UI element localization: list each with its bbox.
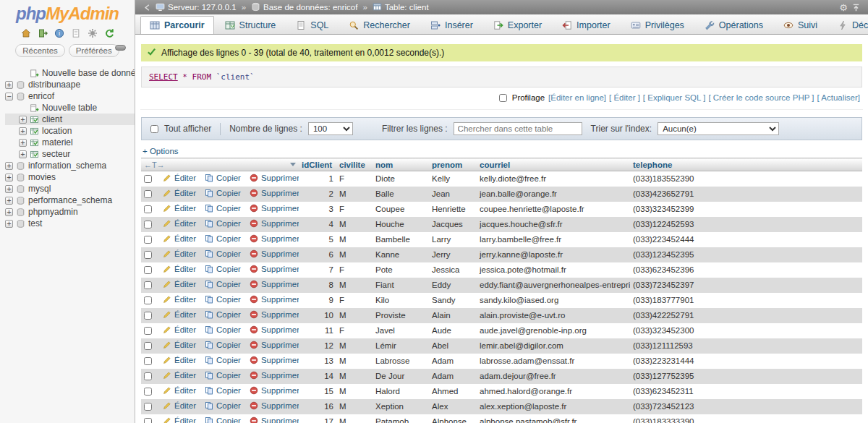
copy-row-button[interactable]: Copier (205, 234, 241, 243)
favorite-tables-button[interactable]: Préférées (69, 44, 119, 57)
column-header[interactable]: courriel (477, 158, 630, 171)
delete-row-button[interactable]: Supprimer (250, 219, 299, 228)
copy-row-button[interactable]: Copier (205, 416, 241, 423)
recent-tables-button[interactable]: Récentes (15, 44, 65, 57)
profiling-link[interactable]: [ Créer le code source PHP ] (708, 93, 814, 102)
breadcrumb-server[interactable]: Serveur: 127.0.0.1 (156, 2, 237, 13)
edit-row-button[interactable]: Éditer (163, 189, 196, 197)
logout-icon[interactable] (36, 27, 49, 39)
row-checkbox[interactable] (144, 251, 152, 259)
edit-row-button[interactable]: Éditer (163, 401, 196, 410)
expand-icon[interactable]: + (5, 162, 13, 170)
column-header[interactable]: idClient (299, 158, 336, 171)
profiling-checkbox[interactable] (499, 94, 507, 102)
row-checkbox[interactable] (144, 266, 152, 274)
expand-icon[interactable]: + (19, 127, 27, 135)
back-arrow-icon[interactable] (142, 3, 152, 12)
reload-navigation-icon[interactable] (103, 27, 116, 39)
settings-icon[interactable] (86, 27, 99, 39)
edit-row-button[interactable]: Éditer (163, 416, 196, 423)
page-settings-icon[interactable]: ⚙ (839, 2, 848, 13)
row-checkbox[interactable] (144, 205, 152, 213)
delete-row-button[interactable]: Supprimer (250, 310, 299, 319)
copy-row-button[interactable]: Copier (205, 265, 241, 273)
copy-row-button[interactable]: Copier (205, 174, 241, 182)
copy-row-button[interactable]: Copier (205, 310, 241, 319)
tree-item-location[interactable]: +location (5, 125, 135, 137)
home-icon[interactable] (20, 27, 33, 39)
tree-item-nouvelle-base-de-donn-es[interactable]: +Nouvelle base de données (5, 67, 135, 79)
tab-d-clencheurs[interactable]: Déclencheurs (828, 16, 868, 34)
delete-row-button[interactable]: Supprimer (250, 234, 299, 243)
delete-row-button[interactable]: Supprimer (250, 386, 299, 395)
collapse-icon[interactable]: − (5, 93, 13, 101)
row-checkbox[interactable] (144, 418, 152, 423)
copy-row-button[interactable]: Copier (205, 386, 241, 395)
delete-row-button[interactable]: Supprimer (250, 325, 299, 334)
delete-row-button[interactable]: Supprimer (250, 189, 299, 197)
edit-row-button[interactable]: Éditer (163, 325, 196, 334)
expand-icon[interactable]: + (5, 81, 13, 89)
tab-privil-ges[interactable]: Privilèges (621, 16, 694, 34)
delete-row-button[interactable]: Supprimer (250, 401, 299, 410)
tree-item-secteur[interactable]: +secteur (5, 148, 135, 160)
tree-item-phpmyadmin[interactable]: +phpmyadmin (5, 206, 135, 218)
sort-dropdown-icon[interactable] (290, 163, 296, 166)
tree-item-information-schema[interactable]: +information_schema (5, 160, 135, 171)
expand-icon[interactable]: + (19, 139, 27, 147)
edit-row-button[interactable]: Éditer (163, 386, 196, 395)
tree-item-enricof[interactable]: −enricof (5, 90, 135, 102)
copy-row-button[interactable]: Copier (205, 280, 241, 289)
copy-row-button[interactable]: Copier (205, 341, 241, 349)
show-all-checkbox[interactable] (150, 125, 158, 133)
edit-row-button[interactable]: Éditer (163, 371, 196, 380)
transpose-options-control[interactable]: ←T→ (144, 161, 165, 169)
tab-parcourir[interactable]: Parcourir (140, 16, 214, 34)
copy-row-button[interactable]: Copier (205, 356, 241, 364)
delete-row-button[interactable]: Supprimer (250, 265, 299, 273)
delete-row-button[interactable]: Supprimer (250, 416, 299, 423)
delete-row-button[interactable]: Supprimer (250, 280, 299, 289)
tab-exporter[interactable]: Exporter (484, 16, 551, 34)
edit-row-button[interactable]: Éditer (163, 265, 196, 273)
filter-input[interactable] (454, 122, 582, 135)
sort-index-select[interactable]: Aucun(e) (658, 122, 779, 135)
delete-row-button[interactable]: Supprimer (250, 341, 299, 349)
column-header[interactable]: telephone (630, 158, 739, 171)
tree-item-movies[interactable]: +movies (5, 171, 135, 183)
profiling-link[interactable]: [ Éditer ] (609, 93, 640, 102)
edit-row-button[interactable]: Éditer (163, 295, 196, 304)
tab-sql[interactable]: SQL (286, 16, 338, 34)
copy-row-button[interactable]: Copier (205, 189, 241, 197)
tab-importer[interactable]: Importer (553, 16, 620, 34)
edit-row-button[interactable]: Éditer (163, 341, 196, 349)
edit-row-button[interactable]: Éditer (163, 280, 196, 289)
options-toggle-link[interactable]: + Options (142, 147, 861, 155)
column-header[interactable]: civilite (336, 158, 373, 171)
edit-row-button[interactable]: Éditer (163, 310, 196, 319)
row-checkbox[interactable] (144, 175, 152, 183)
copy-row-button[interactable]: Copier (205, 401, 241, 410)
expand-icon[interactable]: + (5, 208, 13, 216)
tree-item-test[interactable]: +test (5, 218, 135, 229)
delete-row-button[interactable]: Supprimer (250, 249, 299, 258)
row-checkbox[interactable] (144, 281, 152, 289)
tree-item-materiel[interactable]: +materiel (5, 137, 135, 148)
tab-op-rations[interactable]: Opérations (695, 16, 773, 34)
tab-ins-rer[interactable]: Insérer (421, 16, 482, 34)
row-checkbox[interactable] (144, 342, 152, 350)
edit-row-button[interactable]: Éditer (163, 204, 196, 213)
expand-icon[interactable]: + (5, 174, 13, 181)
delete-row-button[interactable]: Supprimer (250, 295, 299, 304)
documentation-icon[interactable]: i (53, 27, 66, 39)
row-checkbox[interactable] (144, 236, 152, 244)
profiling-link[interactable]: [Éditer en ligne] (548, 93, 606, 102)
copy-row-button[interactable]: Copier (205, 204, 241, 213)
rows-count-select[interactable]: 100 (308, 122, 353, 135)
copy-row-button[interactable]: Copier (205, 295, 241, 304)
expand-icon[interactable]: + (19, 150, 27, 158)
edit-row-button[interactable]: Éditer (163, 356, 196, 364)
edit-row-button[interactable]: Éditer (163, 249, 196, 258)
copy-row-button[interactable]: Copier (205, 219, 241, 228)
tree-item-nouvelle-table[interactable]: +Nouvelle table (5, 102, 135, 114)
